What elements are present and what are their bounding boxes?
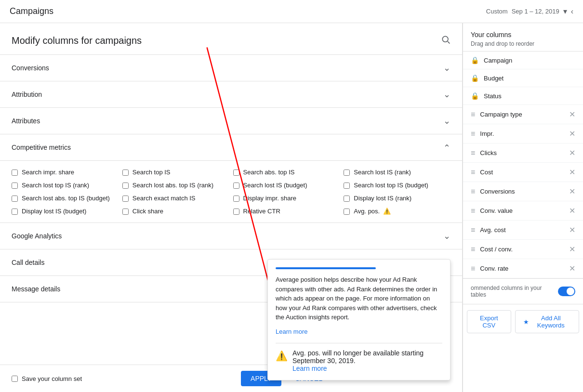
export-csv-button[interactable]: Export CSV (467, 310, 511, 333)
checkbox-search-lost-is-budget[interactable]: Search lost IS (budget) (233, 182, 340, 189)
checkbox-search-top-is[interactable]: Search top IS (122, 169, 229, 176)
column-item-campaign-type[interactable]: ≡ Campaign type ✕ (463, 105, 583, 124)
column-item-conv-value[interactable]: ≡ Conv. value ✕ (463, 201, 583, 221)
checkbox-search-lost-top-is-budget[interactable]: Search lost top IS (budget) (344, 182, 450, 189)
tooltip-learn-more-link[interactable]: Learn more (276, 328, 442, 335)
remove-cost-per-conv-button[interactable]: ✕ (569, 245, 575, 254)
checkbox-avg-pos[interactable]: Avg. pos. ⚠️ (344, 208, 450, 215)
checkbox-search-lost-abs-top-is-rank[interactable]: Search lost abs. top IS (rank) (122, 182, 229, 189)
add-all-keywords-button[interactable]: ★ Add All Keywords (515, 310, 579, 333)
drag-handle-impr-icon: ≡ (471, 130, 475, 138)
checkbox-click-share[interactable]: Click share (122, 208, 229, 215)
lock-icon-campaign: 🔒 (471, 56, 479, 64)
column-name-avg-cost: Avg. cost (480, 226, 569, 234)
column-name-impr: Impr. (480, 130, 569, 137)
chevron-conversions-icon: ⌄ (443, 63, 450, 73)
column-item-status: 🔒 Status (463, 87, 583, 105)
drag-handle-cost-icon: ≡ (471, 168, 475, 177)
remove-impr-button[interactable]: ✕ (569, 129, 575, 138)
right-panel-header: Your columns Drag and drop to reorder (463, 23, 583, 52)
top-bar: Campaigns Custom Sep 1 – 12, 2019 ▾ ‹ (0, 0, 583, 23)
checkbox-display-lost-is-budget[interactable]: Display lost IS (budget) (12, 208, 119, 215)
checkbox-search-lost-abs-top-is-budget[interactable]: Search lost abs. top IS (budget) (12, 195, 119, 202)
checkbox-search-lost-top-is-rank[interactable]: Search lost top IS (rank) (12, 182, 119, 189)
top-bar-right: Custom Sep 1 – 12, 2019 ▾ ‹ (486, 7, 573, 16)
date-prev-btn[interactable]: ‹ (571, 7, 573, 16)
column-item-budget: 🔒 Budget (463, 69, 583, 87)
column-name-conv-value: Conv. value (480, 207, 569, 214)
chevron-attributes-icon: ⌄ (443, 116, 450, 126)
remove-clicks-button[interactable]: ✕ (569, 148, 575, 157)
checkbox-search-lost-is-rank[interactable]: Search lost IS (rank) (344, 169, 450, 176)
warning-text: Avg. pos. will no longer be available st… (292, 349, 424, 365)
left-panel: Modify columns for campaigns Conversions… (0, 23, 463, 392)
column-name-cost: Cost (480, 169, 569, 176)
main-container: Modify columns for campaigns Conversions… (0, 23, 583, 392)
drag-handle-conv-value-icon: ≡ (471, 207, 475, 215)
tooltip-description: Average position helps describe how your… (276, 275, 442, 322)
right-panel-subtitle: Drag and drop to reorder (471, 40, 575, 47)
section-competitive-metrics-label: Competitive metrics (12, 144, 71, 151)
tooltip-popup: Average position helps describe how your… (267, 259, 450, 380)
section-attribution[interactable]: Attribution ⌄ (0, 81, 462, 108)
warning-icon: ⚠️ (276, 350, 288, 362)
warning-learn-more-link[interactable]: Learn more (292, 365, 327, 372)
column-item-cost[interactable]: ≡ Cost ✕ (463, 163, 583, 182)
checkbox-search-abs-top-is[interactable]: Search abs. top IS (233, 169, 340, 176)
recommended-row: ommended columns in your tables (463, 278, 583, 304)
export-buttons: Export CSV ★ Add All Keywords (463, 304, 583, 339)
lock-icon-status: 🔒 (471, 92, 479, 100)
chevron-google-analytics-icon: ⌄ (443, 231, 450, 241)
lock-icon-budget: 🔒 (471, 74, 479, 82)
section-competitive-metrics[interactable]: Competitive metrics ⌄ (0, 134, 462, 161)
column-name-campaign: Campaign (484, 57, 575, 64)
column-name-clicks: Clicks (480, 149, 569, 157)
column-item-cost-per-conv[interactable]: ≡ Cost / conv. ✕ (463, 240, 583, 259)
right-panel: Your columns Drag and drop to reorder 🔒 … (463, 23, 583, 392)
section-google-analytics[interactable]: Google Analytics ⌄ (0, 223, 462, 249)
column-item-clicks[interactable]: ≡ Clicks ✕ (463, 144, 583, 163)
section-message-details-label: Message details (12, 285, 60, 293)
remove-conversions-button[interactable]: ✕ (569, 187, 575, 196)
dialog-header: Modify columns for campaigns (0, 23, 462, 55)
recommended-label: ommended columns in your tables (471, 285, 558, 298)
remove-avg-cost-button[interactable]: ✕ (569, 225, 575, 235)
date-dropdown-btn[interactable]: ▾ (563, 7, 567, 16)
competitive-metrics-grid: Search impr. share Search top IS Search … (12, 169, 450, 215)
column-item-campaign: 🔒 Campaign (463, 52, 583, 69)
section-attributes[interactable]: Attributes ⌄ (0, 108, 462, 134)
checkbox-display-impr-share[interactable]: Display impr. share (233, 195, 340, 202)
svg-line-1 (448, 41, 450, 43)
drag-handle-conv-rate-icon: ≡ (471, 264, 475, 273)
drag-handle-avg-cost-icon: ≡ (471, 226, 475, 235)
column-name-campaign-type: Campaign type (480, 111, 569, 118)
checkbox-search-impr-share[interactable]: Search impr. share (12, 169, 119, 176)
remove-conv-value-button[interactable]: ✕ (569, 206, 575, 215)
remove-campaign-type-button[interactable]: ✕ (569, 110, 575, 119)
chevron-attribution-icon: ⌄ (443, 89, 450, 100)
column-item-conv-rate[interactable]: ≡ Conv. rate ✕ (463, 259, 583, 278)
remove-cost-button[interactable]: ✕ (569, 168, 575, 177)
star-icon: ★ (523, 318, 529, 326)
column-item-conversions[interactable]: ≡ Conversions ✕ (463, 182, 583, 201)
save-column-set-checkbox[interactable]: Save your column set (12, 375, 82, 382)
column-item-impr[interactable]: ≡ Impr. ✕ (463, 124, 583, 144)
drag-handle-campaign-type-icon: ≡ (471, 110, 475, 119)
checkbox-relative-ctr[interactable]: Relative CTR (233, 208, 340, 215)
recommended-toggle[interactable] (558, 287, 575, 296)
checkbox-search-exact-match-is[interactable]: Search exact match IS (122, 195, 229, 202)
tooltip-bar (276, 267, 376, 269)
column-name-status: Status (484, 92, 575, 100)
chevron-competitive-icon: ⌄ (443, 142, 450, 153)
drag-handle-cost-per-conv-icon: ≡ (471, 245, 475, 254)
column-name-cost-per-conv: Cost / conv. (480, 246, 569, 253)
remove-conv-rate-button[interactable]: ✕ (569, 264, 575, 273)
column-item-avg-cost[interactable]: ≡ Avg. cost ✕ (463, 221, 583, 240)
svg-point-0 (442, 36, 448, 42)
section-conversions-label: Conversions (12, 64, 49, 72)
section-conversions[interactable]: Conversions ⌄ (0, 55, 462, 81)
competitive-metrics-content: Search impr. share Search top IS Search … (0, 161, 462, 223)
search-button[interactable] (441, 35, 450, 47)
column-name-conv-rate: Conv. rate (480, 265, 569, 272)
checkbox-display-lost-is-rank[interactable]: Display lost IS (rank) (344, 195, 450, 202)
